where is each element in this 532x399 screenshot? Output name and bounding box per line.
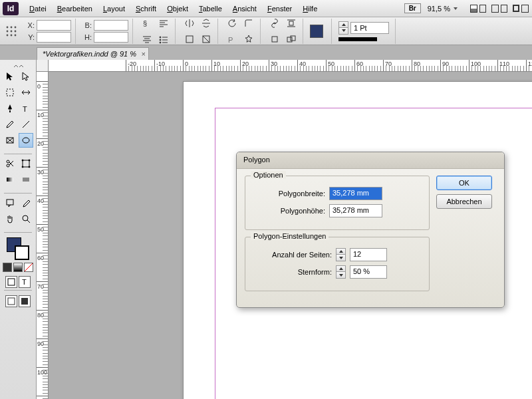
menu-file[interactable]: Datei <box>24 3 52 14</box>
h-field[interactable] <box>94 32 128 43</box>
link-icon[interactable] <box>267 16 282 31</box>
menu-help[interactable]: Hilfe <box>297 3 323 14</box>
ruler-origin[interactable] <box>37 60 49 72</box>
text-flow-icon[interactable]: P <box>225 32 239 47</box>
polygon-tool[interactable] <box>19 133 33 148</box>
width-label: Polygonbreite: <box>252 190 325 198</box>
toolbox-collapse-icon[interactable] <box>3 63 33 69</box>
transform-tool[interactable] <box>19 156 33 171</box>
arrange-icon[interactable] <box>512 2 529 15</box>
wrap-icon[interactable] <box>284 16 299 31</box>
line-tool[interactable] <box>19 117 33 132</box>
gradient-feather-tool[interactable] <box>19 172 33 187</box>
cancel-button[interactable]: Abbrechen <box>436 194 492 209</box>
menu-layout[interactable]: Layout <box>98 3 130 14</box>
apply-color-solid[interactable] <box>3 263 12 272</box>
gradient-tool[interactable] <box>3 172 17 187</box>
rotate-icon[interactable] <box>225 16 239 31</box>
apply-color-gradient[interactable] <box>13 263 23 272</box>
svg-rect-28 <box>289 21 293 25</box>
menu-edit[interactable]: Bearbeiten <box>52 3 98 14</box>
ruler-horizontal[interactable]: -20-100102030405060708090100110120130140 <box>49 60 532 72</box>
svg-point-48 <box>22 166 23 168</box>
document-tab[interactable]: *Vektorgrafiken.indd @ 91 % × <box>37 47 149 60</box>
align-center-icon[interactable] <box>140 32 154 47</box>
sides-field[interactable]: 12 <box>350 248 387 261</box>
polygon-height-field[interactable]: 35,278 mm <box>329 204 382 217</box>
y-field[interactable] <box>37 32 71 43</box>
page-tool[interactable] <box>3 85 17 100</box>
dialog-title: Polygon <box>243 156 270 164</box>
screen-mode-icon[interactable] <box>491 2 508 15</box>
svg-line-54 <box>27 220 30 223</box>
document-tab-title: *Vektorgrafiken.indd @ 91 % <box>43 50 136 58</box>
flip-v-icon[interactable] <box>199 16 213 31</box>
pencil-tool[interactable] <box>3 117 17 132</box>
note-tool[interactable] <box>3 196 17 210</box>
hand-tool[interactable] <box>3 211 17 226</box>
eyedropper-tool[interactable] <box>19 196 33 210</box>
misc-icon-a[interactable] <box>182 32 197 47</box>
zoom-level[interactable]: 91,5 % <box>428 5 459 13</box>
text-format-icon[interactable]: T <box>19 276 31 288</box>
stroke-spinner[interactable] <box>338 21 348 35</box>
fill-swatch[interactable] <box>310 25 323 38</box>
star-spinner[interactable] <box>336 265 346 279</box>
corner-icon[interactable] <box>241 16 256 31</box>
w-field[interactable] <box>94 20 128 31</box>
char-panel-icon[interactable]: § <box>140 16 154 31</box>
align-left-icon[interactable] <box>156 16 171 31</box>
sides-spinner[interactable] <box>336 248 346 261</box>
stroke-style-preview[interactable] <box>338 37 377 41</box>
list-icon[interactable] <box>156 32 171 47</box>
flip-h-icon[interactable] <box>182 16 197 31</box>
close-tab-icon[interactable]: × <box>142 50 146 58</box>
x-field[interactable] <box>37 20 71 31</box>
container-format-icon[interactable] <box>5 276 17 288</box>
polygon-dialog: Polygon Optionen Polygonbreite: 35,278 m… <box>236 152 505 308</box>
menu-bar: Id Datei Bearbeiten Layout Schrift Objek… <box>0 0 532 17</box>
svg-point-8 <box>15 34 17 36</box>
ok-button[interactable]: OK <box>436 176 492 190</box>
menu-window[interactable]: Fenster <box>262 3 297 14</box>
pen-tool[interactable] <box>3 101 17 116</box>
polygon-width-field[interactable]: 35,278 mm <box>329 187 382 200</box>
menu-font[interactable]: Schrift <box>130 3 162 14</box>
menu-object[interactable]: Objekt <box>162 3 194 14</box>
zoom-tool[interactable] <box>19 211 33 226</box>
view-preview-icon[interactable] <box>19 295 31 307</box>
apply-color-none[interactable] <box>24 263 33 272</box>
fill-stroke-swatch[interactable] <box>7 237 29 260</box>
scissors-tool[interactable] <box>3 156 17 171</box>
svg-rect-50 <box>7 178 13 182</box>
document-tabs: *Vektorgrafiken.indd @ 91 % × <box>0 45 532 60</box>
misc-icon-b[interactable] <box>199 32 213 47</box>
svg-line-36 <box>23 121 29 128</box>
view-normal-icon[interactable] <box>5 295 17 307</box>
menu-table[interactable]: Tabelle <box>194 3 227 14</box>
ruler-vertical[interactable]: 0102030405060708090100110120 <box>37 72 49 399</box>
group-icon[interactable] <box>284 32 299 47</box>
reference-point-icon[interactable] <box>4 24 19 39</box>
stroke-weight-field[interactable]: 1 Pt <box>350 22 389 34</box>
selection-tool[interactable] <box>3 69 17 84</box>
app-icon: Id <box>3 2 19 15</box>
gap-tool[interactable] <box>19 85 33 100</box>
stroke-panel: 1 Pt <box>334 19 396 44</box>
star-field[interactable]: 50 % <box>350 265 387 279</box>
svg-point-3 <box>7 30 9 32</box>
star-icon[interactable] <box>241 32 256 47</box>
svg-point-0 <box>7 26 9 28</box>
view-mode-icon[interactable] <box>469 2 487 15</box>
svg-rect-37 <box>7 138 13 143</box>
type-tool[interactable]: T <box>19 101 33 116</box>
bridge-button[interactable]: Br <box>404 3 421 13</box>
svg-rect-32 <box>287 37 292 42</box>
direct-selection-tool[interactable] <box>19 69 33 84</box>
menu-view[interactable]: Ansicht <box>227 3 262 14</box>
svg-rect-34 <box>7 89 13 96</box>
stroke-color[interactable] <box>15 245 29 260</box>
rectangle-frame-tool[interactable] <box>3 133 17 148</box>
dialog-titlebar[interactable]: Polygon <box>237 152 504 169</box>
effects-icon[interactable] <box>267 32 282 47</box>
